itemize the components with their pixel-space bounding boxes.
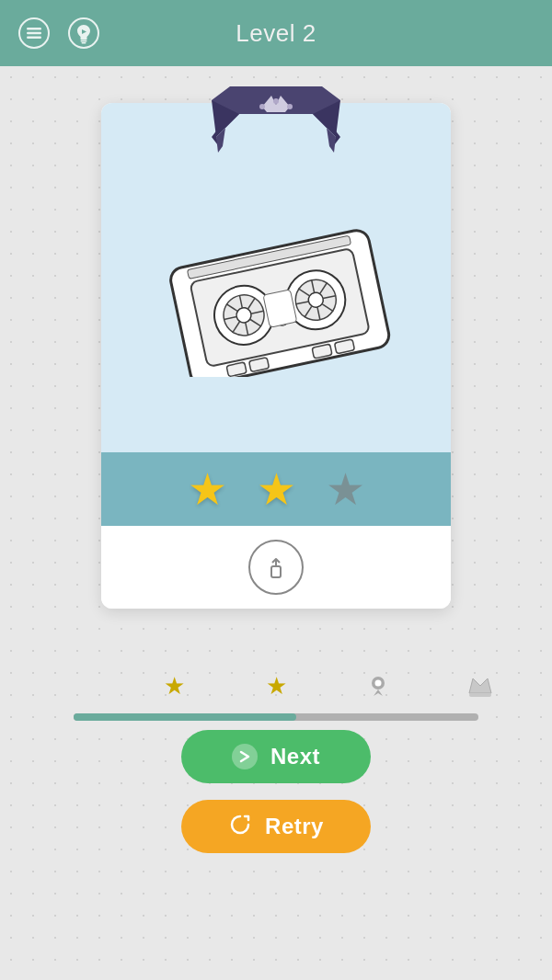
hint-icon — [68, 17, 99, 49]
svg-rect-49 — [271, 566, 281, 577]
arrow-right-icon — [236, 748, 253, 765]
progress-section: ★ ★ — [46, 634, 506, 675]
menu-icon — [18, 17, 50, 49]
crown-ribbon — [212, 86, 340, 164]
svg-rect-3 — [27, 37, 41, 40]
level-card: ★ ★ ★ — [101, 103, 451, 609]
crown-icon — [466, 673, 495, 699]
retry-icon — [228, 813, 252, 841]
ribbon-svg — [212, 86, 340, 160]
star-2: ★ — [257, 463, 296, 515]
progress-milestone-3 — [362, 669, 395, 702]
menu-button[interactable] — [15, 14, 53, 52]
svg-point-16 — [259, 104, 265, 109]
svg-point-18 — [287, 104, 293, 109]
svg-point-17 — [273, 98, 279, 104]
share-icon — [262, 553, 290, 581]
svg-rect-5 — [81, 40, 87, 42]
svg-rect-6 — [82, 42, 86, 44]
retry-refresh-icon — [228, 813, 252, 837]
svg-rect-2 — [27, 32, 41, 35]
progress-bar-track — [74, 713, 478, 721]
progress-icons: ★ ★ — [46, 669, 506, 702]
next-button[interactable]: Next — [181, 730, 371, 783]
svg-rect-54 — [469, 693, 491, 697]
header-left-icons — [15, 14, 103, 52]
buttons-section: Next Retry — [181, 730, 371, 853]
cassette-svg — [147, 202, 405, 377]
next-label: Next — [270, 744, 320, 769]
retry-label: Retry — [265, 814, 324, 839]
share-button[interactable] — [248, 540, 304, 595]
star-1: ★ — [188, 463, 227, 515]
next-arrow-icon — [232, 744, 258, 769]
hint-button[interactable] — [64, 14, 103, 52]
main-content: ★ ★ ★ ★ ★ — [0, 66, 552, 853]
svg-point-52 — [375, 680, 382, 687]
share-area — [101, 526, 451, 609]
header: Level 2 — [0, 0, 552, 66]
star-3: ★ — [326, 463, 365, 515]
stars-bar: ★ ★ ★ — [101, 452, 451, 526]
pin-icon — [365, 673, 391, 699]
svg-rect-1 — [27, 28, 41, 30]
progress-bar-fill — [74, 713, 296, 721]
progress-milestone-4 — [464, 669, 497, 702]
retry-button[interactable]: Retry — [181, 800, 371, 853]
level-title: Level 2 — [236, 19, 316, 48]
svg-marker-53 — [469, 678, 491, 693]
progress-milestone-1: ★ — [157, 669, 190, 702]
cassette-image — [147, 202, 405, 381]
progress-milestone-2: ★ — [259, 669, 293, 702]
